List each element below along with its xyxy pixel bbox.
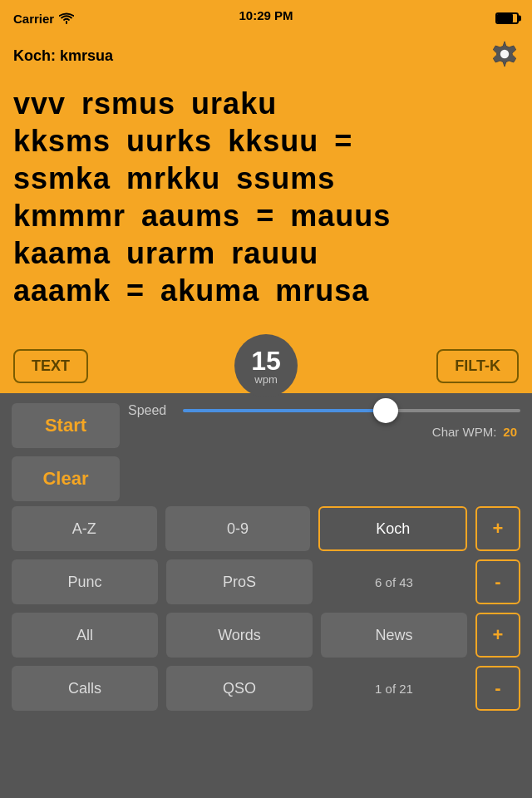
svg-point-1 — [500, 50, 509, 58]
speed-section: Speed Char WPM: 20 — [128, 403, 520, 451]
calls-button[interactable]: Calls — [12, 666, 158, 711]
wpm-number: 15 — [251, 347, 281, 374]
morse-text-content: vvv rsmus uraku kksms uurks kksuu = ssmk… — [13, 85, 519, 309]
09-button[interactable]: 0-9 — [165, 506, 311, 551]
koch-minus-button[interactable]: - — [475, 559, 520, 604]
qso-button[interactable]: QSO — [166, 666, 313, 711]
start-button[interactable]: Start — [12, 403, 120, 448]
all-button[interactable]: All — [12, 613, 158, 658]
news-button[interactable]: News — [321, 613, 467, 658]
carrier-info: Carrier — [13, 12, 74, 26]
news-count: 1 of 21 — [321, 682, 467, 696]
carrier-label: Carrier — [13, 12, 54, 26]
status-bar: Carrier 10:29 PM — [0, 0, 532, 37]
controls-bar: TEXT ♻ 15 wpm FILT-K — [0, 342, 532, 393]
text-button[interactable]: TEXT — [13, 349, 88, 383]
bottom-panel: Start Clear Speed Char WPM: 20 A-Z 0-9 — [0, 393, 532, 729]
slider-thumb[interactable] — [373, 398, 398, 423]
time-display: 10:29 PM — [239, 8, 293, 22]
clear-button[interactable]: Clear — [12, 456, 120, 501]
gear-icon — [490, 40, 519, 68]
koch-count: 6 of 43 — [321, 575, 467, 589]
text-line-1: vvv rsmus uraku — [13, 85, 519, 122]
button-row-3: All Words News + — [12, 613, 520, 658]
speed-slider[interactable] — [183, 409, 520, 412]
char-wpm-value: 20 — [503, 425, 517, 439]
wpm-display: 15 wpm — [234, 334, 298, 397]
news-minus-button[interactable]: - — [475, 666, 520, 711]
text-line-6: aaamk = akuma mrusa — [13, 272, 519, 309]
koch-plus-button[interactable]: + — [475, 506, 520, 551]
button-row-4: Calls QSO 1 of 21 - — [12, 666, 520, 711]
speed-row: Speed — [128, 403, 520, 418]
speed-label: Speed — [128, 403, 173, 418]
az-button[interactable]: A-Z — [12, 506, 157, 551]
wpm-label: wpm — [254, 374, 277, 385]
battery-icon — [495, 12, 519, 24]
char-wpm-row: Char WPM: 20 — [128, 425, 520, 439]
button-row-2: Punc ProS 6 of 43 - — [12, 559, 520, 604]
action-col: Start Clear — [12, 403, 120, 501]
words-button[interactable]: Words — [166, 613, 313, 658]
text-line-2: kksms uurks kksuu = — [13, 122, 519, 160]
battery-fill — [497, 14, 513, 22]
header: Koch: kmrsua — [0, 37, 532, 76]
punc-button[interactable]: Punc — [12, 559, 158, 604]
battery-area — [495, 12, 519, 24]
settings-button[interactable] — [490, 40, 519, 71]
text-line-3: ssmka mrkku ssums — [13, 160, 519, 197]
text-line-4: kmmmr aaums = mauus — [13, 197, 519, 234]
app-title: Koch: kmrsua — [13, 47, 113, 65]
filt-button[interactable]: FILT-K — [436, 349, 519, 383]
pros-button[interactable]: ProS — [166, 559, 313, 604]
news-plus-button[interactable]: + — [475, 613, 520, 658]
wifi-icon — [59, 12, 74, 24]
text-display: vvv rsmus uraku kksms uurks kksuu = ssmk… — [0, 76, 532, 342]
text-line-5: kaama urarm rauuu — [13, 234, 519, 272]
koch-button[interactable]: Koch — [318, 506, 467, 551]
char-wpm-label: Char WPM: — [432, 425, 497, 439]
button-row-1: A-Z 0-9 Koch + — [12, 506, 520, 551]
